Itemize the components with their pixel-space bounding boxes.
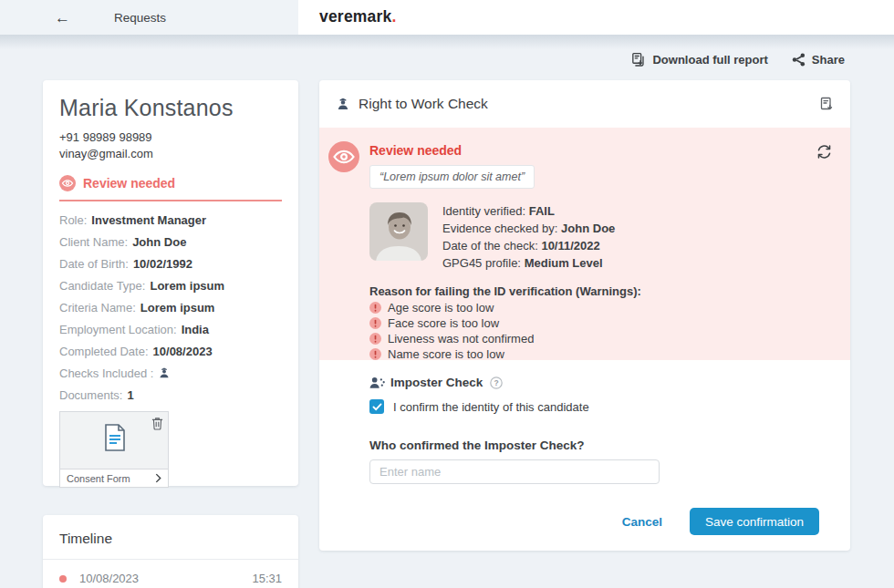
field-role: Role:Investment Manager xyxy=(59,209,282,231)
field-label: Employment Location: xyxy=(59,323,177,336)
field-value: Lorem ipsum xyxy=(150,279,224,293)
download-report-label: Download full report xyxy=(652,53,767,67)
share-label: Share xyxy=(812,53,845,67)
field-value: Lorem ipsum xyxy=(140,301,215,315)
refresh-check-icon[interactable] xyxy=(816,144,832,160)
detail-evidence-checked-by: Evidence checked by: John Doe xyxy=(442,220,615,237)
field-employment-location: Employment Location:India xyxy=(59,318,282,340)
status-underline xyxy=(59,200,282,201)
field-label: Role: xyxy=(59,213,87,227)
review-needed-panel: Review needed “Lorem ipsum dolor sit ame… xyxy=(319,128,850,360)
review-status-label: Review needed xyxy=(369,143,832,158)
field-candidate-type: Candidate Type:Lorem ipsum xyxy=(59,274,282,296)
logo-text: veremark xyxy=(319,7,391,26)
candidate-name: Maria Konstanos xyxy=(59,95,282,121)
warning-exclamation-icon xyxy=(369,348,381,360)
delete-document-icon[interactable] xyxy=(151,417,163,430)
review-eye-icon xyxy=(328,141,359,172)
warning-item: Liveness was not confirmed xyxy=(369,333,832,345)
detail-label: Date of the check: xyxy=(442,239,538,253)
timeline-entry: 10/08/2023 15:31 xyxy=(43,560,298,588)
right-to-work-check-card: Right to Work Check Review needed xyxy=(319,80,850,551)
check-card-header: Right to Work Check xyxy=(319,80,850,128)
warning-exclamation-icon xyxy=(369,302,381,314)
save-confirmation-button[interactable]: Save confirmation xyxy=(690,508,819,535)
logo-dot: . xyxy=(391,7,396,26)
warning-text: Age score is too low xyxy=(388,301,494,315)
warning-item: Age score is too low xyxy=(369,302,832,314)
warning-exclamation-icon xyxy=(369,333,381,345)
field-documents: Documents:1 xyxy=(59,384,282,406)
document-name-bar[interactable]: Consent Form xyxy=(60,469,168,487)
document-name: Consent Form xyxy=(67,473,130,484)
field-completed-date: Completed Date:10/08/2023 xyxy=(59,340,282,362)
top-bar: ← Requests veremark. xyxy=(0,0,894,35)
field-date-of-birth: Date of Birth:10/02/1992 xyxy=(59,253,282,274)
detail-value: Medium Level xyxy=(525,256,603,270)
candidate-photo xyxy=(369,202,428,261)
timeline-dot-icon xyxy=(59,575,67,583)
field-value: John Doe xyxy=(132,235,186,249)
field-client-name: Client Name:John Doe xyxy=(59,231,282,253)
timeline-date: 10/08/2023 xyxy=(79,572,139,585)
detail-value: 10/11/2022 xyxy=(541,239,599,253)
open-document-chevron-icon[interactable] xyxy=(155,473,161,483)
field-label: Checks Included : xyxy=(59,366,153,380)
download-full-report-button[interactable]: Download full report xyxy=(630,52,767,67)
warning-text: Name score is too low xyxy=(388,347,504,361)
candidate-phone: +91 98989 98989 xyxy=(59,129,282,146)
detail-label: GPG45 profile: xyxy=(442,256,521,270)
candidate-profile-card: Maria Konstanos +91 98989 98989 vinay@gm… xyxy=(43,80,298,486)
field-label: Candidate Type: xyxy=(59,279,145,293)
candidate-status-badge: Review needed xyxy=(59,175,282,191)
report-actions: Download full report Share xyxy=(630,52,845,67)
field-label: Criteria Name: xyxy=(59,301,136,315)
field-label: Documents: xyxy=(59,388,122,402)
field-value: India xyxy=(182,323,209,336)
imposter-people-icon xyxy=(369,377,385,389)
imposter-check-title: Imposter Check xyxy=(390,376,483,389)
check-type-person-icon xyxy=(158,366,171,379)
field-criteria-name: Criteria Name:Lorem ipsum xyxy=(59,296,282,318)
who-confirmed-label: Who confirmed the Imposter Check? xyxy=(369,438,832,452)
field-label: Client Name: xyxy=(59,235,128,249)
detail-gpg45-profile: GPG45 profile: Medium Level xyxy=(442,254,615,272)
field-value: 10/02/1992 xyxy=(133,257,192,271)
share-button[interactable]: Share xyxy=(792,53,845,67)
candidate-email: vinay@gmail.com xyxy=(59,146,282,162)
check-person-icon xyxy=(336,97,350,111)
breadcrumb-requests[interactable]: Requests xyxy=(114,11,166,25)
timeline-title: Timeline xyxy=(43,515,298,560)
field-value: 10/08/2023 xyxy=(153,345,213,358)
help-question-icon[interactable]: ? xyxy=(490,377,503,389)
confirm-identity-label: I confirm the identity of this candidate xyxy=(393,400,589,414)
warning-item: Name score is too low xyxy=(369,348,832,360)
confirmer-name-input[interactable] xyxy=(369,459,660,484)
timeline-time: 15:31 xyxy=(252,572,282,585)
timeline-card: Timeline 10/08/2023 15:31 xyxy=(43,515,298,588)
confirm-identity-checkbox[interactable] xyxy=(369,399,384,414)
field-label: Date of Birth: xyxy=(59,257,129,271)
download-check-report-icon[interactable] xyxy=(819,97,834,111)
candidate-fields: Role:Investment Manager Client Name:John… xyxy=(59,209,282,406)
share-icon xyxy=(792,53,806,67)
detail-value: FAIL xyxy=(529,204,555,218)
field-label: Completed Date: xyxy=(59,345,149,358)
identity-details: Identity verified: FAIL Evidence checked… xyxy=(442,202,615,272)
warning-exclamation-icon xyxy=(369,317,381,329)
warning-text: Face score is too low xyxy=(388,316,499,330)
back-arrow-icon[interactable]: ← xyxy=(55,10,70,26)
field-value: 1 xyxy=(127,388,133,402)
warning-item: Face score is too low xyxy=(369,317,832,329)
download-report-icon xyxy=(630,52,646,67)
detail-value: John Doe xyxy=(561,222,615,235)
detail-label: Evidence checked by: xyxy=(442,222,557,235)
check-title: Right to Work Check xyxy=(359,96,488,112)
document-thumbnail[interactable]: Consent Form xyxy=(59,411,169,488)
field-value: Investment Manager xyxy=(91,213,206,227)
review-note: “Lorem ipsum dolor sit amet” xyxy=(369,165,535,189)
detail-label: Identity verified: xyxy=(442,204,525,218)
candidate-status-label: Review needed xyxy=(83,176,175,191)
cancel-button[interactable]: Cancel xyxy=(622,515,662,529)
document-file-icon xyxy=(103,424,127,451)
